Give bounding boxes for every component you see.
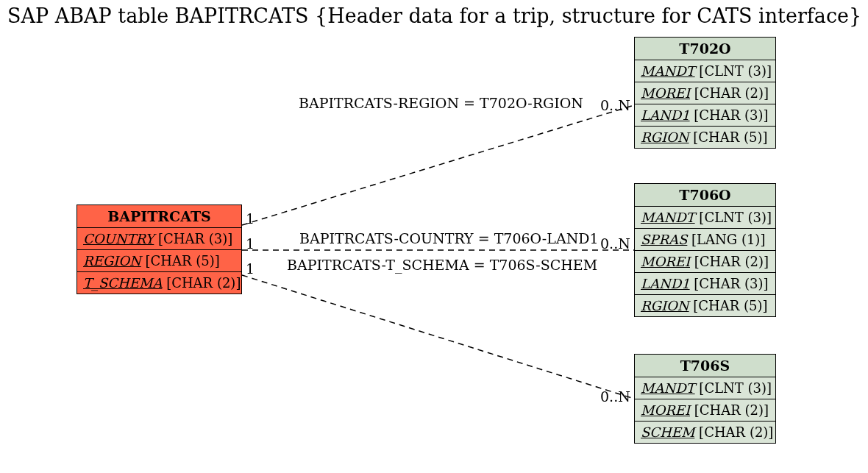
svg-line-2 (242, 275, 634, 399)
relation-label: BAPITRCATS-T_SCHEMA = T706S-SCHEM (287, 257, 597, 273)
entity-field: SPRAS [LANG (1)] (635, 229, 775, 251)
cardinality-target: 0..N (600, 97, 630, 113)
entity-field: MANDT [CLNT (3)] (635, 377, 775, 399)
entity-header: BAPITRCATS (77, 205, 241, 228)
entity-field: MOREI [CHAR (2)] (635, 399, 775, 422)
entity-field: MOREI [CHAR (2)] (635, 82, 775, 104)
entity-bapitrcats: BAPITRCATS COUNTRY [CHAR (3)] REGION [CH… (77, 205, 242, 294)
entity-field: MANDT [CLNT (3)] (635, 60, 775, 82)
entity-field: LAND1 [CHAR (3)] (635, 273, 775, 295)
relation-label: BAPITRCATS-COUNTRY = T706O-LAND1 (299, 230, 599, 246)
entity-field: RGION [CHAR (5)] (635, 295, 775, 316)
entity-field: MOREI [CHAR (2)] (635, 251, 775, 273)
entity-field: RGION [CHAR (5)] (635, 127, 775, 148)
cardinality-source: 1 (246, 260, 255, 277)
cardinality-source: 1 (246, 210, 255, 227)
entity-header: T706O (635, 184, 775, 207)
entity-field: LAND1 [CHAR (3)] (635, 104, 775, 127)
cardinality-source: 1 (246, 235, 255, 252)
entity-field: COUNTRY [CHAR (3)] (77, 228, 241, 250)
entity-field: SCHEM [CHAR (2)] (635, 422, 775, 443)
relation-label: BAPITRCATS-REGION = T702O-RGION (299, 95, 583, 111)
entity-field: MANDT [CLNT (3)] (635, 207, 775, 229)
entity-field: T_SCHEMA [CHAR (2)] (77, 272, 241, 294)
entity-header: T706S (635, 355, 775, 377)
cardinality-target: 0..N (600, 235, 630, 252)
svg-line-0 (242, 105, 634, 225)
entity-t702o: T702O MANDT [CLNT (3)] MOREI [CHAR (2)] … (634, 37, 776, 149)
entity-field: REGION [CHAR (5)] (77, 250, 241, 272)
entity-t706s: T706S MANDT [CLNT (3)] MOREI [CHAR (2)] … (634, 354, 776, 444)
cardinality-target: 0..N (600, 388, 630, 405)
entity-t706o: T706O MANDT [CLNT (3)] SPRAS [LANG (1)] … (634, 183, 776, 317)
entity-header: T702O (635, 38, 775, 60)
